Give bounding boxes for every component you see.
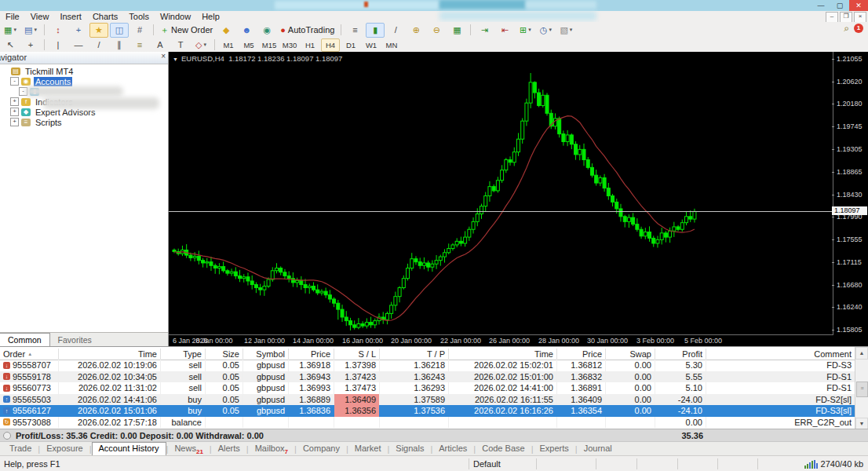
fibonacci-button[interactable]: ≡: [130, 38, 149, 53]
dropdown-arrow-icon[interactable]: ▾: [549, 27, 552, 33]
tree-item-tickmill-mt4[interactable]: ▤Tickmill MT4: [0, 66, 168, 76]
clean-charts-button[interactable]: ◆: [217, 23, 235, 38]
tree-expander-icon[interactable]: -: [10, 77, 19, 86]
tab-news[interactable]: News21: [168, 443, 209, 455]
navigator-close-icon[interactable]: ×: [161, 52, 166, 60]
search-icon[interactable]: ⌕: [844, 24, 849, 33]
menu-item-insert[interactable]: Insert: [54, 11, 87, 22]
autotrading-button[interactable]: ●AutoTrading: [278, 23, 337, 38]
tree-item-accounts[interactable]: -◉Accounts: [0, 76, 168, 86]
column-header-comment[interactable]: Comment: [706, 349, 855, 360]
history-row-95558707[interactable]: ↓955587072026.02.02 10:19:06sell0.05gbpu…: [0, 360, 855, 371]
templates-button[interactable]: ▧▾: [556, 23, 575, 38]
candlestick-chart-button[interactable]: ▮: [366, 23, 385, 38]
text-button[interactable]: A: [151, 38, 170, 53]
timeframe-d1[interactable]: D1: [341, 38, 360, 52]
mql5-globe-button[interactable]: ◉: [257, 23, 276, 38]
zoom-out-button[interactable]: ⊖: [427, 23, 446, 38]
profiles-button[interactable]: ▤▾: [21, 23, 40, 38]
tab-account-history[interactable]: Account History: [92, 442, 166, 456]
history-row-95565503[interactable]: ↑955655032026.02.02 14:41:06buy0.05gbpus…: [0, 394, 855, 406]
trendline-button[interactable]: /: [89, 38, 108, 53]
navigator-tab-common[interactable]: Common: [0, 333, 50, 346]
chart-window[interactable]: ▼EURUSD,H4 1.18172 1.18236 1.18097 1.180…: [169, 52, 868, 346]
market-watch-button[interactable]: ↕: [49, 23, 67, 38]
tree-expander-icon[interactable]: +: [10, 97, 19, 106]
channel-button[interactable]: ∥: [110, 38, 129, 53]
window-title-bar[interactable]: — ▢ ✕: [0, 0, 868, 11]
price-axis[interactable]: 1.210551.206201.201801.197451.193051.188…: [833, 52, 868, 335]
crosshair-button[interactable]: +: [21, 38, 40, 53]
zoom-in-button[interactable]: ⊕: [407, 23, 425, 38]
column-header-sl[interactable]: S / L: [334, 349, 380, 360]
vertical-line-button[interactable]: |: [49, 38, 67, 53]
tab-articles[interactable]: Articles: [432, 443, 473, 455]
tab-alerts[interactable]: Alerts: [212, 443, 246, 455]
dropdown-arrow-icon[interactable]: ▾: [570, 27, 573, 33]
column-header-price[interactable]: Price: [289, 349, 334, 360]
shapes-button[interactable]: ◇▾: [191, 38, 210, 53]
time-axis[interactable]: 6 Jan 20268 Jan 00:0012 Jan 00:0014 Jan …: [169, 334, 833, 346]
tab-experts[interactable]: Experts: [533, 443, 574, 455]
new-order-button[interactable]: ＋New Order: [158, 23, 215, 38]
periods-button[interactable]: ◷▾: [536, 23, 555, 38]
strategy-tester-button[interactable]: #: [130, 23, 149, 38]
chart-close-button[interactable]: ×: [854, 12, 866, 23]
chart-restore-button[interactable]: ❐: [840, 12, 852, 23]
column-header-order[interactable]: Order▲: [0, 349, 59, 360]
history-row-95559178[interactable]: ↓955591782026.02.02 10:34:05sell0.05gbpu…: [0, 371, 855, 383]
tab-journal[interactable]: Journal: [578, 443, 618, 455]
timeframe-h1[interactable]: H1: [301, 38, 319, 52]
column-header-profit[interactable]: Profit: [655, 349, 706, 360]
chart-menu-icon[interactable]: ▼: [173, 57, 178, 62]
column-header-swap[interactable]: Swap: [606, 349, 655, 360]
column-header-price[interactable]: Price: [557, 349, 606, 360]
menu-item-view[interactable]: View: [25, 11, 55, 22]
timeframe-m30[interactable]: M30: [280, 38, 299, 52]
terminal-button[interactable]: ◫: [110, 23, 129, 38]
tile-windows-button[interactable]: ▦: [447, 23, 466, 38]
column-header-tp[interactable]: T / P: [380, 349, 449, 360]
minimize-button[interactable]: —: [811, 0, 830, 11]
column-header-time[interactable]: Time: [59, 349, 161, 360]
timeframe-h4[interactable]: H4: [321, 38, 340, 52]
dropdown-arrow-icon[interactable]: ▾: [34, 27, 37, 33]
timeframe-m15[interactable]: M15: [260, 38, 279, 52]
history-row-95566127[interactable]: ↑955661272026.02.02 15:01:06buy0.05gbpus…: [0, 405, 855, 417]
dropdown-arrow-icon[interactable]: ▾: [528, 27, 531, 33]
history-row-95573088[interactable]: ↻955730882026.02.02 17:57:18balance0.00E…: [0, 417, 855, 429]
indicators-button[interactable]: ⊞▾: [516, 23, 534, 38]
history-row-95560773[interactable]: ↓955607732026.02.02 11:31:02sell0.05gbpu…: [0, 382, 855, 394]
column-header-symbol[interactable]: Symbol: [243, 349, 289, 360]
bar-chart-button[interactable]: ≡: [345, 23, 364, 38]
tree-expander-icon[interactable]: +: [10, 108, 19, 116]
timeframe-w1[interactable]: W1: [362, 38, 381, 52]
tab-company[interactable]: Company: [297, 443, 346, 455]
label-button[interactable]: T: [171, 38, 190, 53]
tab-trade[interactable]: Trade: [3, 443, 38, 455]
menu-item-file[interactable]: File: [0, 11, 25, 22]
dropdown-arrow-icon[interactable]: ▾: [13, 27, 16, 33]
menu-item-window[interactable]: Window: [155, 11, 196, 22]
navigator-button[interactable]: ★: [89, 23, 108, 38]
status-profile[interactable]: Default: [469, 458, 537, 469]
tree-item-scripts[interactable]: +≡Scripts: [0, 117, 168, 127]
timeframe-mn[interactable]: MN: [382, 38, 401, 52]
navigator-tab-favorites[interactable]: Favorites: [50, 334, 100, 346]
column-header-type[interactable]: Type: [161, 349, 206, 360]
tab-exposure[interactable]: Exposure: [40, 443, 89, 455]
chart-minimize-button[interactable]: –: [826, 12, 838, 23]
table-scrollbar[interactable]: ▲ ≡ ▼: [855, 347, 868, 430]
notification-badge[interactable]: 1: [854, 24, 863, 33]
timeframe-m1[interactable]: M1: [219, 38, 238, 52]
new-chart-button[interactable]: ▦▾: [1, 23, 20, 38]
cursor-button[interactable]: ↖: [1, 38, 20, 53]
data-window-button[interactable]: +: [69, 23, 88, 38]
horizontal-line-button[interactable]: —: [69, 38, 88, 53]
column-header-time[interactable]: Time: [449, 349, 557, 360]
line-chart-button[interactable]: /: [386, 23, 405, 38]
timeframe-m5[interactable]: M5: [239, 38, 258, 52]
navigator-title-bar[interactable]: Navigator ×: [0, 52, 168, 64]
tab-mailbox[interactable]: Mailbox7: [249, 443, 294, 455]
dropdown-arrow-icon[interactable]: ▾: [203, 42, 206, 48]
